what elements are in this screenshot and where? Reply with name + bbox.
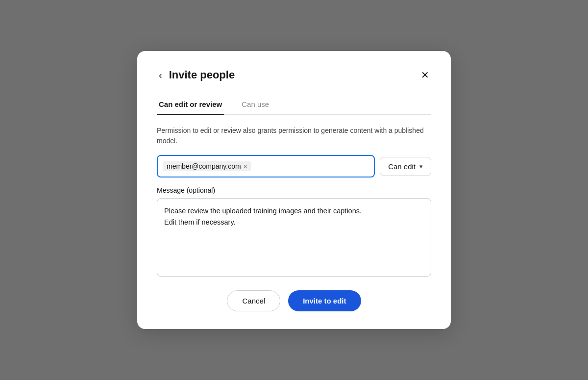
permission-dropdown-label: Can edit <box>388 162 416 171</box>
chevron-down-icon: ▾ <box>419 163 423 170</box>
invite-to-edit-button[interactable]: Invite to edit <box>288 290 361 311</box>
overlay: ‹ Invite people ✕ Can edit or review Can… <box>0 0 588 380</box>
invite-row: member@company.com × Can edit ▾ <box>157 155 431 177</box>
email-tag-value: member@company.com <box>167 162 241 170</box>
modal-title: Invite people <box>169 69 235 81</box>
back-button[interactable]: ‹ <box>157 69 164 81</box>
tab-can-use[interactable]: Can use <box>240 95 271 114</box>
permission-note: Permission to edit or review also grants… <box>157 126 431 146</box>
email-tag: member@company.com × <box>163 161 251 171</box>
modal-footer: Cancel Invite to edit <box>157 290 431 311</box>
close-button[interactable]: ✕ <box>419 69 431 81</box>
permission-dropdown-button[interactable]: Can edit ▾ <box>380 157 431 176</box>
modal-header: ‹ Invite people ✕ <box>157 69 431 81</box>
email-input-wrapper[interactable]: member@company.com × <box>157 155 375 177</box>
tab-can-edit-or-review[interactable]: Can edit or review <box>157 95 224 114</box>
modal-header-left: ‹ Invite people <box>157 69 235 81</box>
message-section: Message (optional) Please review the upl… <box>157 186 431 279</box>
cancel-button[interactable]: Cancel <box>227 290 280 311</box>
email-tag-remove-button[interactable]: × <box>244 163 247 170</box>
tabs-bar: Can edit or review Can use <box>157 95 431 115</box>
message-label: Message (optional) <box>157 186 431 194</box>
modal-dialog: ‹ Invite people ✕ Can edit or review Can… <box>137 51 451 329</box>
email-text-input[interactable] <box>254 162 369 170</box>
message-textarea[interactable]: Please review the uploaded training imag… <box>157 198 431 277</box>
